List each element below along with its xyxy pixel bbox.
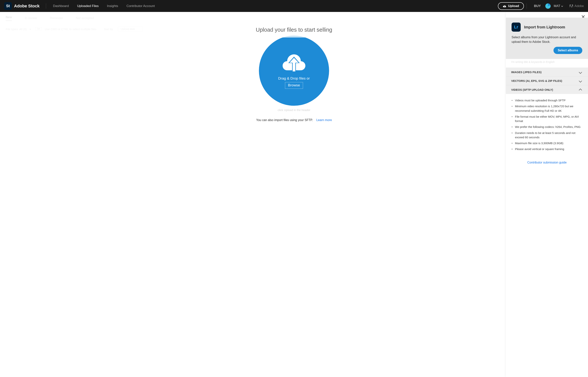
learn-more-link[interactable]: Learn more (316, 118, 332, 122)
nav-contributor-account[interactable]: Contributor Account (126, 4, 155, 8)
chevron-up-icon (579, 89, 582, 92)
adobe-stock-logo-icon: St (4, 2, 12, 10)
chevron-down-icon (561, 5, 563, 7)
lightroom-desc: Select albums from your Lightroom accoun… (512, 35, 582, 44)
nav-dashboard[interactable]: Dashboard (53, 4, 69, 8)
tab-new[interactable]: New (6, 15, 12, 21)
tab-not-accepted[interactable]: Not accepted (76, 16, 94, 20)
divider (526, 3, 527, 9)
sftp-text: You can also import files using your SFT… (256, 118, 313, 122)
accordion-videos-body: Videos must be uploaded through SFTP Min… (506, 94, 588, 122)
dropzone-circle[interactable]: Drag & Drop files or Browse (259, 35, 329, 106)
upload-button[interactable]: Upload (498, 2, 524, 10)
cloud-upload-icon (283, 52, 305, 71)
list-item: Minimum video resolution is 1,280x720 bu… (511, 104, 583, 113)
lightroom-card: Lr Import from Lightroom Select albums f… (506, 18, 588, 59)
chevron-down-icon (579, 79, 582, 82)
tabs-row: New In review Reminder Not accepted Subm… (0, 12, 588, 24)
accordion-images-label: IMAGES (JPEG FILES) (511, 71, 541, 74)
brand-title: Adobe Stock (14, 4, 39, 9)
svg-rect-1 (293, 62, 295, 71)
user-menu[interactable]: MAT (545, 3, 564, 9)
accordion: IMAGES (JPEG FILES) VECTORS (AI, EPS, SV… (506, 68, 588, 122)
select-albums-button[interactable]: Select albums (553, 47, 582, 54)
adobe-logo-icon (570, 5, 573, 8)
hint-under-circle: click Upload in the header (278, 108, 311, 112)
tab-in-review[interactable]: In review (25, 16, 37, 20)
accordion-vectors[interactable]: VECTORS (AI, EPS, SVG & ZIP FILES) (506, 76, 588, 85)
list-item: File format must be either MOV, MP4, MPG… (511, 114, 583, 122)
user-name: MAT (554, 4, 560, 8)
tab-reminder[interactable]: Reminder (50, 16, 63, 20)
accordion-vectors-label: VECTORS (AI, EPS, SVG & ZIP FILES) (511, 79, 562, 82)
adobe-label: Adobe (575, 4, 584, 8)
adobe-link[interactable]: Adobe (570, 4, 584, 8)
avatar-icon (545, 3, 551, 9)
dropzone[interactable]: Drag & Drop files or Browse click Upload… (0, 35, 588, 122)
cloud-upload-icon (503, 5, 506, 7)
nav-insights[interactable]: Insights (107, 4, 118, 8)
language-row: I'm writing title & keywords in English (506, 59, 588, 65)
nav-uploaded-files[interactable]: Uploaded Files (77, 4, 99, 8)
main-area: New In review Reminder Not accepted Subm… (0, 12, 588, 122)
accordion-videos[interactable]: VIDEOS (SFTP UPLOAD ONLY) (506, 85, 588, 94)
accordion-videos-label: VIDEOS (SFTP UPLOAD ONLY) (511, 88, 553, 91)
hero-title: Upload your files to start selling (0, 27, 588, 33)
upload-button-label: Upload (508, 4, 519, 8)
accordion-images[interactable]: IMAGES (JPEG FILES) (506, 68, 588, 76)
list-item: Videos must be uploaded through SFTP (511, 98, 583, 103)
divider (46, 3, 46, 9)
top-header: St Adobe Stock Dashboard Uploaded Files … (0, 0, 588, 12)
chevron-down-icon (579, 71, 582, 74)
sftp-line: You can also import files using your SFT… (256, 118, 332, 122)
dragdrop-text: Drag & Drop files or (278, 76, 310, 81)
buy-link[interactable]: BUY (534, 4, 541, 8)
browse-button[interactable]: Browse (285, 82, 303, 89)
